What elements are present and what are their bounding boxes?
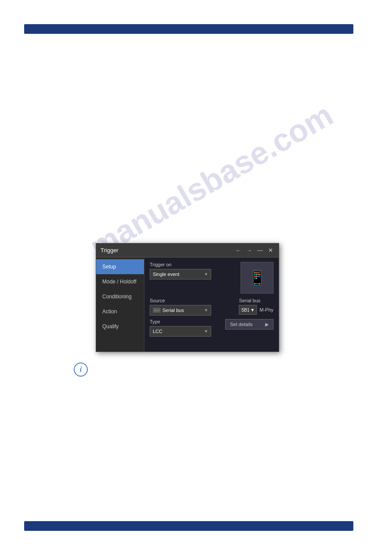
- trigger-on-dropdown[interactable]: Single event ▼: [150, 269, 211, 279]
- close-button[interactable]: ✕: [267, 247, 274, 254]
- type-value: LCC: [153, 329, 162, 334]
- trigger-on-row: Trigger on Single event ▼ 📱: [150, 262, 273, 294]
- type-row: Type LCC ▼ Set details ▶: [150, 319, 273, 337]
- source-right: Serial bus SB1 ▼ M-Phy: [239, 298, 273, 315]
- sidebar-item-setup[interactable]: Setup: [96, 259, 144, 274]
- forward-button[interactable]: →: [245, 247, 253, 254]
- dialog-body: Setup Mode / Holdoff Conditioning Action…: [96, 258, 279, 352]
- source-left: Source Ser Serial bus ▼: [150, 298, 211, 316]
- trigger-on-dropdown-arrow: ▼: [204, 272, 208, 276]
- set-details-arrow-icon: ▶: [265, 322, 269, 327]
- trigger-on-left: Trigger on Single event ▼: [150, 262, 211, 279]
- dialog-title: Trigger: [101, 247, 119, 254]
- minimize-button[interactable]: —: [256, 247, 264, 254]
- dialog-titlebar: Trigger ← → — ✕: [96, 243, 279, 258]
- sidebar-item-qualify[interactable]: Qualify: [96, 319, 144, 334]
- info-icon-container: i: [74, 363, 89, 377]
- serial-bus-row: SB1 ▼ M-Phy: [239, 305, 273, 315]
- bottom-bar: [24, 521, 353, 531]
- back-button[interactable]: ←: [234, 247, 242, 254]
- dialog-controls: ← → — ✕: [234, 247, 274, 254]
- serial-bus-label: Serial bus: [239, 298, 273, 303]
- sb-dropdown-arrow: ▼: [250, 308, 255, 312]
- type-dropdown-arrow: ▼: [204, 329, 208, 334]
- set-details-button[interactable]: Set details ▶: [225, 319, 273, 330]
- type-dropdown[interactable]: LCC ▼: [150, 326, 211, 337]
- top-bar: [24, 24, 353, 34]
- sidebar-item-conditioning[interactable]: Conditioning: [96, 289, 144, 304]
- source-dropdown-inner: Ser Serial bus: [153, 308, 184, 313]
- set-details-label: Set details: [230, 322, 252, 327]
- source-value: Serial bus: [162, 308, 184, 313]
- phone-icon: 📱: [248, 269, 266, 286]
- trigger-dialog: Trigger ← → — ✕ Setup Mode / Holdoff Con…: [96, 243, 279, 352]
- sb-select[interactable]: SB1 ▼: [239, 305, 257, 315]
- watermark: manualsbase.com: [83, 96, 339, 265]
- dialog-content: Trigger on Single event ▼ 📱 Source Se: [144, 258, 279, 352]
- sidebar-item-action[interactable]: Action: [96, 304, 144, 319]
- sidebar-item-mode-holdoff[interactable]: Mode / Holdoff: [96, 274, 144, 289]
- source-icon: Ser: [153, 308, 161, 313]
- type-right: Set details ▶: [225, 319, 273, 330]
- device-icon-box: 📱: [241, 262, 273, 294]
- dialog-sidebar: Setup Mode / Holdoff Conditioning Action…: [96, 258, 144, 352]
- source-label: Source: [150, 298, 211, 303]
- sb-id: SB1: [241, 308, 249, 312]
- source-dropdown[interactable]: Ser Serial bus ▼: [150, 305, 211, 316]
- source-dropdown-arrow: ▼: [204, 308, 208, 312]
- info-icon: i: [74, 363, 88, 377]
- type-left: Type LCC ▼: [150, 319, 211, 337]
- trigger-on-value: Single event: [153, 272, 180, 277]
- source-row: Source Ser Serial bus ▼ Serial bus SB1: [150, 298, 273, 316]
- trigger-on-label: Trigger on: [150, 262, 211, 267]
- serial-bus-protocol: M-Phy: [259, 307, 273, 312]
- type-label: Type: [150, 319, 211, 324]
